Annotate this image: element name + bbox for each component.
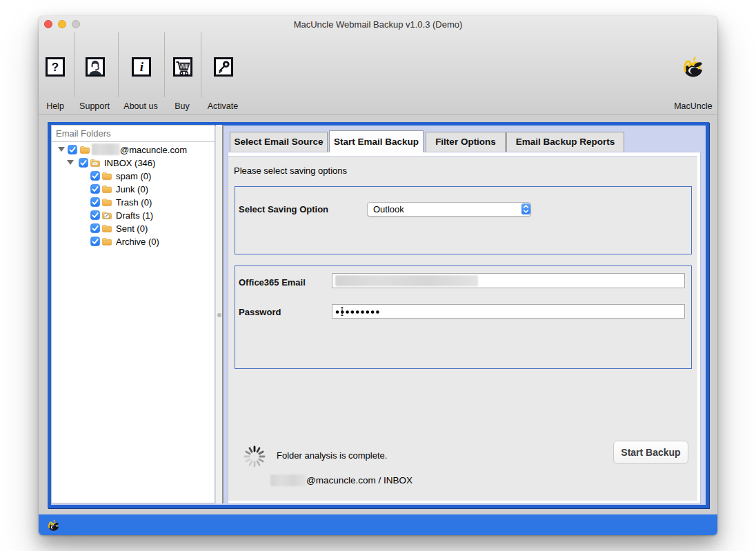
svg-text:?: ?	[52, 61, 59, 74]
svg-text:i: i	[140, 59, 144, 74]
